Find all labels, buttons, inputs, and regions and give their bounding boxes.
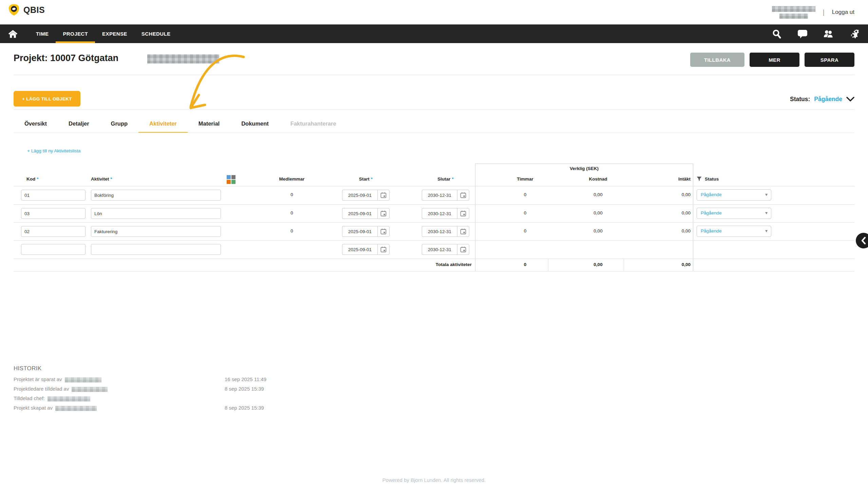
calendar-icon[interactable] xyxy=(457,190,469,201)
top-right-account: | Logga ut xyxy=(772,0,854,24)
kod-input[interactable] xyxy=(21,190,86,201)
end-date-input[interactable] xyxy=(422,226,457,237)
tab-detaljer[interactable]: Detaljer xyxy=(58,116,100,133)
chevron-left-icon xyxy=(861,237,867,244)
calendar-icon[interactable] xyxy=(377,208,390,219)
start-date-field xyxy=(342,208,390,219)
start-date-input[interactable] xyxy=(342,208,377,219)
chat-icon[interactable] xyxy=(797,29,808,39)
col-header-slutar: Slutar* xyxy=(422,176,469,182)
timmar-value: 0 xyxy=(489,210,562,215)
history-date: 8 sep 2025 15:39 xyxy=(225,405,264,411)
nav-item-project[interactable]: PROJECT xyxy=(56,24,95,43)
qbis-logo[interactable]: QBIS xyxy=(7,3,45,17)
aktivitet-input[interactable] xyxy=(91,226,221,237)
calendar-icon[interactable] xyxy=(457,208,469,219)
brand-name: QBIS xyxy=(23,5,45,15)
calendar-icon[interactable] xyxy=(377,226,390,237)
project-name-blurred xyxy=(147,54,219,63)
end-date-field xyxy=(422,226,469,237)
category-colors-icon[interactable] xyxy=(227,175,235,184)
back-button[interactable]: TILLBAKA xyxy=(690,53,744,67)
user-name-line2 xyxy=(779,14,808,19)
account-divider: | xyxy=(823,8,825,16)
tab-grupp[interactable]: Grupp xyxy=(100,116,139,133)
totals-row: Totala aktiviteter 0 0,00 0,00 xyxy=(14,259,854,271)
kod-input[interactable] xyxy=(21,226,86,237)
calendar-icon[interactable] xyxy=(377,190,390,201)
chevron-down-icon[interactable] xyxy=(846,97,854,102)
tab-aktiviteter[interactable]: Aktiviteter xyxy=(138,116,188,133)
activity-row-new xyxy=(14,240,854,258)
status-value[interactable]: Pågående xyxy=(814,96,842,103)
nav-item-schedule[interactable]: SCHEDULE xyxy=(134,24,178,43)
top-bar: QBIS | Logga ut xyxy=(0,0,868,24)
divider-under-title xyxy=(14,75,854,75)
intakt-value: 0,00 xyxy=(638,192,691,197)
start-date-input[interactable] xyxy=(342,190,377,201)
footer-text: Powered by Bjorn Lunden. All rights rese… xyxy=(0,477,868,483)
add-activity-list-link[interactable]: + Lägg till ny Aktivitetslista xyxy=(27,148,80,153)
side-panel-toggle[interactable] xyxy=(856,233,868,248)
kod-input[interactable] xyxy=(21,244,86,255)
aktivitet-input[interactable] xyxy=(91,190,221,201)
start-date-field xyxy=(342,190,390,201)
tab-dokument[interactable]: Dokument xyxy=(230,116,280,133)
tab-material[interactable]: Material xyxy=(188,116,230,133)
users-icon[interactable] xyxy=(823,29,833,39)
qbis-logo-icon xyxy=(7,3,20,17)
project-status-control: Status: Pågående xyxy=(790,96,854,103)
history-entry: Projektledare tilldelad av 8 sep 2025 15… xyxy=(14,386,421,395)
end-date-input[interactable] xyxy=(422,190,457,201)
home-icon[interactable] xyxy=(8,29,18,39)
aktivitet-input[interactable] xyxy=(91,244,221,255)
nav-item-expense[interactable]: EXPENSE xyxy=(95,24,134,43)
history-date: 16 sep 2025 11:49 xyxy=(225,376,266,382)
nav-left: TIME PROJECT EXPENSE SCHEDULE xyxy=(0,24,177,43)
settings-gears-icon[interactable] xyxy=(849,29,859,39)
page-title: Projekt: 10007 Götgatan xyxy=(14,53,118,63)
kostnad-value: 0,00 xyxy=(562,192,635,197)
tab-oversikt[interactable]: Översikt xyxy=(14,116,58,133)
totals-intakt: 0,00 xyxy=(638,262,691,267)
calendar-icon[interactable] xyxy=(457,226,469,237)
search-icon[interactable] xyxy=(772,29,782,39)
history-name-blurred xyxy=(65,377,101,382)
history-date: 8 sep 2025 15:39 xyxy=(225,386,264,392)
calendar-icon[interactable] xyxy=(457,244,469,255)
user-name-line1 xyxy=(772,6,815,12)
timmar-value: 0 xyxy=(489,228,562,233)
history-name-blurred xyxy=(72,387,108,392)
main-nav: TIME PROJECT EXPENSE SCHEDULE xyxy=(0,24,868,43)
col-header-timmar: Timmar xyxy=(489,176,562,182)
start-date-field xyxy=(342,226,390,237)
aktivitet-input[interactable] xyxy=(91,208,221,219)
more-button[interactable]: MER xyxy=(750,53,799,67)
filter-icon[interactable] xyxy=(697,176,702,181)
tab-fakturahanterare[interactable]: Fakturahanterare xyxy=(280,116,347,133)
end-date-input[interactable] xyxy=(422,208,457,219)
save-button[interactable]: SPARA xyxy=(805,53,854,67)
totals-timmar: 0 xyxy=(489,262,562,267)
status-dropdown[interactable]: Pågående ▾ xyxy=(697,226,771,237)
nav-item-time[interactable]: TIME xyxy=(29,24,56,43)
history-title: HISTORIK xyxy=(14,365,421,372)
status-dropdown[interactable]: Pågående ▾ xyxy=(697,189,771,201)
project-tabs: Översikt Detaljer Grupp Aktiviteter Mate… xyxy=(14,116,347,133)
calendar-icon[interactable] xyxy=(377,244,390,255)
end-date-field xyxy=(422,244,469,255)
activities-table: Verklig (SEK) Kod* Aktivitet* Medlemmar … xyxy=(14,163,854,271)
status-dropdown[interactable]: Pågående ▾ xyxy=(697,208,771,219)
col-header-kostnad: Kostnad xyxy=(562,176,635,182)
end-date-field xyxy=(422,190,469,201)
end-date-input[interactable] xyxy=(422,244,457,255)
verklig-group-header: Verklig (SEK) xyxy=(475,166,693,171)
start-date-input[interactable] xyxy=(342,244,377,255)
dropdown-arrow-icon: ▾ xyxy=(765,210,768,215)
col-header-status: Status xyxy=(697,176,719,182)
kod-input[interactable] xyxy=(21,208,86,219)
logout-link[interactable]: Logga ut xyxy=(832,9,854,16)
start-date-input[interactable] xyxy=(342,226,377,237)
add-object-button[interactable]: + LÄGG TILL OBJEKT xyxy=(14,91,80,107)
col-header-medlemmar: Medlemmar xyxy=(244,176,339,182)
